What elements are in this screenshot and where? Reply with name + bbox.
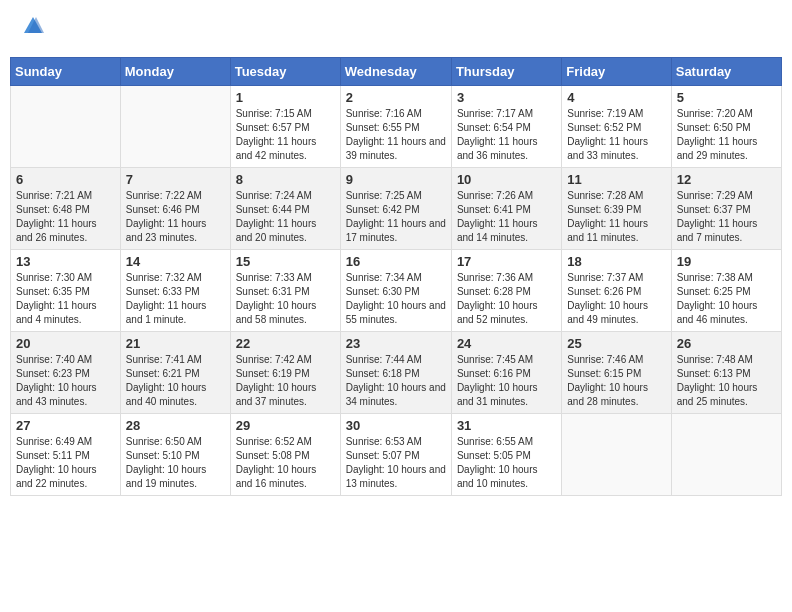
day-number: 13: [16, 254, 115, 269]
day-number: 12: [677, 172, 776, 187]
calendar-cell: 8Sunrise: 7:24 AM Sunset: 6:44 PM Daylig…: [230, 168, 340, 250]
day-number: 10: [457, 172, 556, 187]
day-number: 17: [457, 254, 556, 269]
day-number: 5: [677, 90, 776, 105]
calendar-cell: [120, 86, 230, 168]
day-info: Sunrise: 6:50 AM Sunset: 5:10 PM Dayligh…: [126, 435, 225, 491]
calendar-cell: 24Sunrise: 7:45 AM Sunset: 6:16 PM Dayli…: [451, 332, 561, 414]
day-number: 2: [346, 90, 446, 105]
calendar-cell: 7Sunrise: 7:22 AM Sunset: 6:46 PM Daylig…: [120, 168, 230, 250]
calendar-cell: 31Sunrise: 6:55 AM Sunset: 5:05 PM Dayli…: [451, 414, 561, 496]
day-info: Sunrise: 7:42 AM Sunset: 6:19 PM Dayligh…: [236, 353, 335, 409]
calendar-cell: 11Sunrise: 7:28 AM Sunset: 6:39 PM Dayli…: [562, 168, 671, 250]
calendar-cell: 30Sunrise: 6:53 AM Sunset: 5:07 PM Dayli…: [340, 414, 451, 496]
column-header-thursday: Thursday: [451, 58, 561, 86]
day-info: Sunrise: 7:22 AM Sunset: 6:46 PM Dayligh…: [126, 189, 225, 245]
calendar-week-row: 20Sunrise: 7:40 AM Sunset: 6:23 PM Dayli…: [11, 332, 782, 414]
day-info: Sunrise: 7:21 AM Sunset: 6:48 PM Dayligh…: [16, 189, 115, 245]
column-header-sunday: Sunday: [11, 58, 121, 86]
calendar-cell: 19Sunrise: 7:38 AM Sunset: 6:25 PM Dayli…: [671, 250, 781, 332]
day-number: 24: [457, 336, 556, 351]
column-header-saturday: Saturday: [671, 58, 781, 86]
day-info: Sunrise: 6:55 AM Sunset: 5:05 PM Dayligh…: [457, 435, 556, 491]
calendar-cell: 4Sunrise: 7:19 AM Sunset: 6:52 PM Daylig…: [562, 86, 671, 168]
day-number: 21: [126, 336, 225, 351]
day-info: Sunrise: 6:52 AM Sunset: 5:08 PM Dayligh…: [236, 435, 335, 491]
day-info: Sunrise: 7:25 AM Sunset: 6:42 PM Dayligh…: [346, 189, 446, 245]
day-number: 30: [346, 418, 446, 433]
day-info: Sunrise: 7:40 AM Sunset: 6:23 PM Dayligh…: [16, 353, 115, 409]
day-info: Sunrise: 7:26 AM Sunset: 6:41 PM Dayligh…: [457, 189, 556, 245]
day-info: Sunrise: 7:37 AM Sunset: 6:26 PM Dayligh…: [567, 271, 665, 327]
day-number: 11: [567, 172, 665, 187]
column-header-tuesday: Tuesday: [230, 58, 340, 86]
calendar-week-row: 1Sunrise: 7:15 AM Sunset: 6:57 PM Daylig…: [11, 86, 782, 168]
calendar-cell: 29Sunrise: 6:52 AM Sunset: 5:08 PM Dayli…: [230, 414, 340, 496]
day-number: 28: [126, 418, 225, 433]
day-info: Sunrise: 7:29 AM Sunset: 6:37 PM Dayligh…: [677, 189, 776, 245]
calendar-cell: 23Sunrise: 7:44 AM Sunset: 6:18 PM Dayli…: [340, 332, 451, 414]
calendar-cell: 1Sunrise: 7:15 AM Sunset: 6:57 PM Daylig…: [230, 86, 340, 168]
calendar-cell: 20Sunrise: 7:40 AM Sunset: 6:23 PM Dayli…: [11, 332, 121, 414]
day-info: Sunrise: 7:16 AM Sunset: 6:55 PM Dayligh…: [346, 107, 446, 163]
day-number: 20: [16, 336, 115, 351]
calendar-cell: 22Sunrise: 7:42 AM Sunset: 6:19 PM Dayli…: [230, 332, 340, 414]
day-info: Sunrise: 7:48 AM Sunset: 6:13 PM Dayligh…: [677, 353, 776, 409]
day-number: 31: [457, 418, 556, 433]
calendar-cell: 21Sunrise: 7:41 AM Sunset: 6:21 PM Dayli…: [120, 332, 230, 414]
calendar-cell: 18Sunrise: 7:37 AM Sunset: 6:26 PM Dayli…: [562, 250, 671, 332]
calendar-cell: 5Sunrise: 7:20 AM Sunset: 6:50 PM Daylig…: [671, 86, 781, 168]
day-info: Sunrise: 7:46 AM Sunset: 6:15 PM Dayligh…: [567, 353, 665, 409]
day-info: Sunrise: 7:32 AM Sunset: 6:33 PM Dayligh…: [126, 271, 225, 327]
calendar-cell: 10Sunrise: 7:26 AM Sunset: 6:41 PM Dayli…: [451, 168, 561, 250]
calendar-cell: 13Sunrise: 7:30 AM Sunset: 6:35 PM Dayli…: [11, 250, 121, 332]
logo-icon: [22, 15, 44, 37]
day-info: Sunrise: 7:15 AM Sunset: 6:57 PM Dayligh…: [236, 107, 335, 163]
column-header-friday: Friday: [562, 58, 671, 86]
day-info: Sunrise: 7:30 AM Sunset: 6:35 PM Dayligh…: [16, 271, 115, 327]
calendar-week-row: 27Sunrise: 6:49 AM Sunset: 5:11 PM Dayli…: [11, 414, 782, 496]
calendar-cell: 15Sunrise: 7:33 AM Sunset: 6:31 PM Dayli…: [230, 250, 340, 332]
calendar-cell: 3Sunrise: 7:17 AM Sunset: 6:54 PM Daylig…: [451, 86, 561, 168]
day-number: 3: [457, 90, 556, 105]
day-number: 25: [567, 336, 665, 351]
calendar-week-row: 13Sunrise: 7:30 AM Sunset: 6:35 PM Dayli…: [11, 250, 782, 332]
calendar-cell: 14Sunrise: 7:32 AM Sunset: 6:33 PM Dayli…: [120, 250, 230, 332]
calendar-cell: 17Sunrise: 7:36 AM Sunset: 6:28 PM Dayli…: [451, 250, 561, 332]
calendar-cell: 9Sunrise: 7:25 AM Sunset: 6:42 PM Daylig…: [340, 168, 451, 250]
day-number: 27: [16, 418, 115, 433]
day-number: 7: [126, 172, 225, 187]
day-info: Sunrise: 7:45 AM Sunset: 6:16 PM Dayligh…: [457, 353, 556, 409]
column-header-monday: Monday: [120, 58, 230, 86]
day-info: Sunrise: 6:49 AM Sunset: 5:11 PM Dayligh…: [16, 435, 115, 491]
day-number: 15: [236, 254, 335, 269]
calendar-cell: [11, 86, 121, 168]
day-number: 19: [677, 254, 776, 269]
calendar-cell: 12Sunrise: 7:29 AM Sunset: 6:37 PM Dayli…: [671, 168, 781, 250]
day-number: 29: [236, 418, 335, 433]
day-info: Sunrise: 7:36 AM Sunset: 6:28 PM Dayligh…: [457, 271, 556, 327]
day-number: 14: [126, 254, 225, 269]
day-number: 22: [236, 336, 335, 351]
page-header: [10, 10, 782, 47]
day-number: 26: [677, 336, 776, 351]
day-info: Sunrise: 7:19 AM Sunset: 6:52 PM Dayligh…: [567, 107, 665, 163]
day-info: Sunrise: 7:34 AM Sunset: 6:30 PM Dayligh…: [346, 271, 446, 327]
day-number: 4: [567, 90, 665, 105]
calendar-cell: 25Sunrise: 7:46 AM Sunset: 6:15 PM Dayli…: [562, 332, 671, 414]
day-info: Sunrise: 7:20 AM Sunset: 6:50 PM Dayligh…: [677, 107, 776, 163]
calendar-cell: 16Sunrise: 7:34 AM Sunset: 6:30 PM Dayli…: [340, 250, 451, 332]
day-number: 6: [16, 172, 115, 187]
day-number: 9: [346, 172, 446, 187]
day-info: Sunrise: 6:53 AM Sunset: 5:07 PM Dayligh…: [346, 435, 446, 491]
calendar-cell: 28Sunrise: 6:50 AM Sunset: 5:10 PM Dayli…: [120, 414, 230, 496]
calendar-cell: 6Sunrise: 7:21 AM Sunset: 6:48 PM Daylig…: [11, 168, 121, 250]
day-info: Sunrise: 7:38 AM Sunset: 6:25 PM Dayligh…: [677, 271, 776, 327]
day-number: 8: [236, 172, 335, 187]
calendar-cell: [671, 414, 781, 496]
day-info: Sunrise: 7:28 AM Sunset: 6:39 PM Dayligh…: [567, 189, 665, 245]
calendar-cell: 26Sunrise: 7:48 AM Sunset: 6:13 PM Dayli…: [671, 332, 781, 414]
logo: [20, 15, 44, 42]
day-info: Sunrise: 7:44 AM Sunset: 6:18 PM Dayligh…: [346, 353, 446, 409]
calendar-cell: 27Sunrise: 6:49 AM Sunset: 5:11 PM Dayli…: [11, 414, 121, 496]
